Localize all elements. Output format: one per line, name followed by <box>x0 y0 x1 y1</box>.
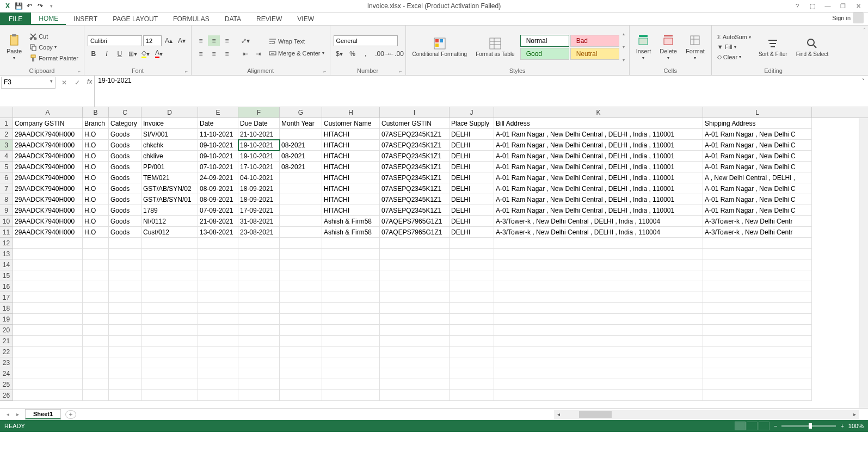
cell-E17[interactable] <box>198 292 238 303</box>
cell-D8[interactable]: GST/AB/SYN/01 <box>141 194 198 205</box>
cell-C1[interactable]: Category <box>109 118 141 129</box>
cell-J19[interactable] <box>450 314 494 325</box>
cell-K19[interactable] <box>494 314 703 325</box>
format-button[interactable]: Format▾ <box>682 28 708 66</box>
cell-F2[interactable]: 21-10-2021 <box>238 129 280 140</box>
cell-F10[interactable]: 31-08-2021 <box>238 216 280 227</box>
cell-J18[interactable] <box>450 303 494 314</box>
cell-J8[interactable]: DELHI <box>450 194 494 205</box>
cell-B9[interactable]: H.O <box>83 205 109 216</box>
delete-button[interactable]: Delete▾ <box>656 28 680 66</box>
cell-B19[interactable] <box>83 314 109 325</box>
cell-H11[interactable]: Ashish & Firm58 <box>322 227 380 238</box>
cell-E5[interactable]: 07-10-2021 <box>198 162 238 172</box>
cell-F16[interactable] <box>238 281 280 292</box>
dialog-launcher-icon[interactable]: ⌐ <box>399 69 402 74</box>
cell-F4[interactable]: 19-10-2021 <box>238 151 280 162</box>
cell-A7[interactable]: 29AADCK7940H000 <box>13 183 83 194</box>
cell-J13[interactable] <box>450 249 494 259</box>
styles-more-icon[interactable]: ▾ <box>623 58 625 63</box>
cell-D22[interactable] <box>141 347 198 357</box>
cell-I10[interactable]: 07AQEPS7965G1Z1 <box>380 216 450 227</box>
cell-G5[interactable]: 08-2021 <box>280 162 322 172</box>
zoom-level[interactable]: 100% <box>848 423 864 429</box>
cell-I21[interactable] <box>380 336 450 347</box>
cell-B8[interactable]: H.O <box>83 194 109 205</box>
cell-J4[interactable]: DELHI <box>450 151 494 162</box>
row-header-21[interactable]: 21 <box>0 336 13 347</box>
cell-F14[interactable] <box>238 259 280 270</box>
increase-font-icon[interactable]: A▴ <box>163 35 175 46</box>
column-header-L[interactable]: L <box>703 107 812 117</box>
cell-E16[interactable] <box>198 281 238 292</box>
cell-J16[interactable] <box>450 281 494 292</box>
cell-B26[interactable] <box>83 390 109 401</box>
cell-A2[interactable]: 29AADCK7940H000 <box>13 129 83 140</box>
column-header-K[interactable]: K <box>494 107 703 117</box>
sheet-nav-prev-icon[interactable]: ◂ <box>3 411 12 417</box>
column-header-F[interactable]: F <box>238 107 280 117</box>
cell-L11[interactable]: A-3/Tower-k , New Delhi Centr <box>703 227 812 238</box>
cell-L25[interactable] <box>703 379 812 390</box>
cell-L19[interactable] <box>703 314 812 325</box>
cell-H3[interactable]: HITACHI <box>322 140 380 151</box>
cell-C10[interactable]: Goods <box>109 216 141 227</box>
border-button[interactable]: ⊞▾ <box>127 48 139 59</box>
cell-B4[interactable]: H.O <box>83 151 109 162</box>
cell-C22[interactable] <box>109 347 141 357</box>
cell-E24[interactable] <box>198 368 238 379</box>
cell-A10[interactable]: 29AADCK7940H000 <box>13 216 83 227</box>
cell-C15[interactable] <box>109 270 141 281</box>
cell-D14[interactable] <box>141 259 198 270</box>
conditional-formatting-button[interactable]: Conditional Formatting <box>409 28 471 66</box>
cell-I16[interactable] <box>380 281 450 292</box>
ribbon-tab-insert[interactable]: INSERT <box>66 13 105 25</box>
cell-G3[interactable]: 08-2021 <box>280 140 322 151</box>
percent-format-icon[interactable]: % <box>347 48 359 59</box>
collapse-ribbon-icon[interactable]: ˄ <box>863 27 866 33</box>
cell-L22[interactable] <box>703 347 812 357</box>
cell-I6[interactable]: 07ASEPQ2345K1Z1 <box>380 172 450 183</box>
cell-C6[interactable]: Goods <box>109 172 141 183</box>
cell-J3[interactable]: DELHI <box>450 140 494 151</box>
cell-I3[interactable]: 07ASEPQ2345K1Z1 <box>380 140 450 151</box>
cell-K18[interactable] <box>494 303 703 314</box>
cell-G1[interactable]: Month Year <box>280 118 322 129</box>
cell-G26[interactable] <box>280 390 322 401</box>
accounting-format-icon[interactable]: $▾ <box>334 48 346 59</box>
cell-G16[interactable] <box>280 281 322 292</box>
column-header-H[interactable]: H <box>322 107 380 117</box>
cell-L10[interactable]: A-3/Tower-k , New Delhi Centr <box>703 216 812 227</box>
cell-K4[interactable]: A-01 Ram Nagar , New Delhi Central , DEL… <box>494 151 703 162</box>
cell-A6[interactable]: 29AADCK7940H000 <box>13 172 83 183</box>
cell-I19[interactable] <box>380 314 450 325</box>
cell-J5[interactable]: DELHI <box>450 162 494 172</box>
cell-D11[interactable]: Cust/012 <box>141 227 198 238</box>
cell-H17[interactable] <box>322 292 380 303</box>
cell-B15[interactable] <box>83 270 109 281</box>
cell-A4[interactable]: 29AADCK7940H000 <box>13 151 83 162</box>
cell-F9[interactable]: 17-09-2021 <box>238 205 280 216</box>
cell-H24[interactable] <box>322 368 380 379</box>
cell-H9[interactable]: HITACHI <box>322 205 380 216</box>
underline-button[interactable]: U <box>114 48 126 59</box>
minimize-icon[interactable]: — <box>821 1 834 11</box>
cell-L16[interactable] <box>703 281 812 292</box>
cell-H4[interactable]: HITACHI <box>322 151 380 162</box>
cell-L12[interactable] <box>703 238 812 249</box>
cell-E21[interactable] <box>198 336 238 347</box>
cell-G10[interactable] <box>280 216 322 227</box>
scroll-right-icon[interactable]: ▸ <box>850 411 859 417</box>
cell-H12[interactable] <box>322 238 380 249</box>
styles-up-icon[interactable]: ▴ <box>623 32 625 36</box>
cell-D19[interactable] <box>141 314 198 325</box>
row-header-1[interactable]: 1 <box>0 118 13 129</box>
qat-customize-icon[interactable]: ▾ <box>47 2 56 10</box>
column-header-J[interactable]: J <box>450 107 494 117</box>
cell-G22[interactable] <box>280 347 322 357</box>
fill-button[interactable]: ▼Fill▾ <box>715 42 753 51</box>
cell-D2[interactable]: SI/V/001 <box>141 129 198 140</box>
cell-I13[interactable] <box>380 249 450 259</box>
cell-F3[interactable]: 19-10-2021 <box>238 140 280 151</box>
cell-E12[interactable] <box>198 238 238 249</box>
